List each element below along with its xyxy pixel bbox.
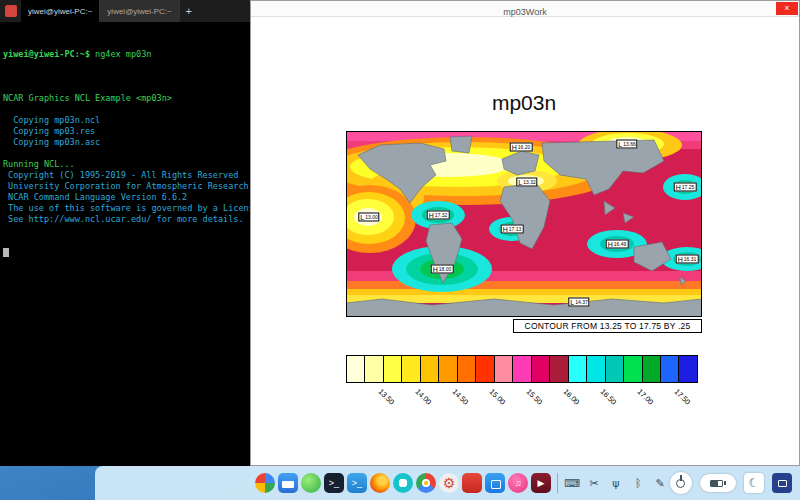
terminal-tab-1[interactable]: yiwei@yiwei-PC:~ xyxy=(21,0,100,22)
extremum-value: 13.66 xyxy=(623,142,636,147)
extremum-label: L13.32 xyxy=(516,178,537,187)
firefox-icon[interactable] xyxy=(370,473,390,493)
colorbar-cell xyxy=(569,355,587,383)
app-store-icon[interactable] xyxy=(485,473,505,493)
terminal-line: Copyright (C) 1995-2019 - All Rights Res… xyxy=(3,170,247,181)
extremum-label: H17.32 xyxy=(427,211,450,220)
power-icon-bar xyxy=(680,475,682,481)
package-manager-icon[interactable] xyxy=(462,473,482,493)
map-extrema-labels: H16.20L13.66L13.32H17.25L13.00H17.32H17.… xyxy=(346,131,702,317)
terminal-line: See http://www.ncl.ucar.edu/ for more de… xyxy=(3,214,247,225)
video-player-glyph: ▶ xyxy=(538,478,545,488)
voice-notes-icon[interactable] xyxy=(393,473,413,493)
terminal-line xyxy=(3,82,247,93)
battery-icon xyxy=(710,480,723,487)
terminal-output[interactable]: yiwei@yiwei-PC:~$ ng4ex mp03n NCAR Graph… xyxy=(0,22,250,285)
extremum-letter: L xyxy=(570,299,574,306)
shell-command: ng4ex mp03n xyxy=(90,49,151,59)
extremum-letter: L xyxy=(518,179,522,186)
colorbar-cell xyxy=(495,355,513,383)
extremum-letter: H xyxy=(429,212,434,219)
colorbar-cell xyxy=(550,355,568,383)
shell-prompt: yiwei@yiwei-PC:~$ xyxy=(3,49,90,59)
terminal-cursor-line xyxy=(3,247,247,258)
extremum-value: 17.32 xyxy=(435,213,448,218)
battery-indicator[interactable] xyxy=(700,474,736,492)
terminal-dark-icon[interactable]: >_ xyxy=(324,473,344,493)
window-title: mp03Work xyxy=(503,7,546,17)
colorbar-cell xyxy=(606,355,624,383)
extremum-letter: H xyxy=(503,226,508,233)
new-tab-button[interactable]: + xyxy=(180,0,198,22)
extremum-label: H16.49 xyxy=(606,240,629,249)
colorbar-cell xyxy=(421,355,439,383)
ncl-graphics-window: mp03Work × mp03n xyxy=(250,0,800,466)
extremum-letter: H xyxy=(512,144,517,151)
terminal-line: Copying mp03.res xyxy=(3,126,247,137)
extremum-value: 16.49 xyxy=(614,242,627,247)
terminal-dark-glyph: >_ xyxy=(329,478,339,488)
colorbar xyxy=(346,355,698,383)
keyboard-icon[interactable]: ⌨ xyxy=(564,477,580,490)
chrome-icon[interactable] xyxy=(416,473,436,493)
extremum-letter: H xyxy=(433,266,438,273)
terminal-prompt-line: yiwei@yiwei-PC:~$ ng4ex mp03n xyxy=(3,49,247,60)
colorbar-cell xyxy=(532,355,550,383)
night-mode-button[interactable]: ☾ xyxy=(744,473,764,493)
colorbar-label: 13.50 xyxy=(377,387,397,407)
colorbar-label: 17.50 xyxy=(673,387,693,407)
photos-icon[interactable] xyxy=(301,473,321,493)
colorbar-cell xyxy=(476,355,494,383)
terminal-tab-2[interactable]: yiwei@yiwei-PC:~ xyxy=(100,0,179,22)
file-manager-icon[interactable] xyxy=(278,473,298,493)
multitasking-button[interactable] xyxy=(772,473,792,493)
dock-app-icons: >_>_⚙♫▶ xyxy=(255,473,551,493)
usb-icon[interactable]: ψ xyxy=(608,477,624,490)
terminal-line: University Corporation for Atmospheric R… xyxy=(3,181,247,192)
extremum-letter: H xyxy=(676,184,681,191)
shutdown-button[interactable] xyxy=(670,472,692,494)
colorbar-label: 15.00 xyxy=(488,387,508,407)
extremum-value: 14.37 xyxy=(575,300,588,305)
screenshot-icon[interactable]: ✂ xyxy=(586,477,602,490)
moon-icon: ☾ xyxy=(749,476,760,490)
colorbar-label: 17.00 xyxy=(636,387,656,407)
terminal-line xyxy=(3,148,247,159)
colorbar-label: 15.50 xyxy=(525,387,545,407)
bluetooth-icon[interactable]: ᛒ xyxy=(630,477,646,490)
close-button[interactable]: × xyxy=(776,2,798,15)
terminal-tab-bar: yiwei@yiwei-PC:~ yiwei@yiwei-PC:~ + xyxy=(0,0,250,22)
contour-map: H16.20L13.66L13.32H17.25L13.00H17.32H17.… xyxy=(346,131,702,317)
dock-tray: ⌨✂ψᛒ✎ xyxy=(564,477,668,490)
video-player-icon[interactable]: ▶ xyxy=(531,473,551,493)
colorbar-cell xyxy=(643,355,661,383)
extremum-value: 13.32 xyxy=(523,180,536,185)
extremum-label: L14.37 xyxy=(568,298,589,307)
terminal-tab-1-title: yiwei@yiwei-PC:~ xyxy=(28,7,92,16)
window-titlebar[interactable]: mp03Work × xyxy=(251,1,799,17)
terminal-line: Running NCL... xyxy=(3,159,247,170)
colorbar-cell xyxy=(679,355,697,383)
extremum-label: H16.31 xyxy=(676,255,699,264)
text-editor-glyph: >_ xyxy=(352,478,362,488)
terminal-line: Copying mp03n.asc xyxy=(3,137,247,148)
terminal-line: The use of this software is governed by … xyxy=(3,203,247,214)
launcher-icon[interactable] xyxy=(255,473,275,493)
extremum-value: 16.20 xyxy=(518,145,531,150)
extremum-value: 16.31 xyxy=(684,257,697,262)
control-center-icon[interactable]: ⚙ xyxy=(439,473,459,493)
extremum-value: 13.00 xyxy=(365,215,378,220)
dock-system-area: ☾ xyxy=(670,472,792,494)
edit-icon[interactable]: ✎ xyxy=(652,477,668,490)
colorbar-label: 14.50 xyxy=(451,387,471,407)
plot-title: mp03n xyxy=(346,91,702,115)
extremum-label: L13.00 xyxy=(358,213,379,222)
music-icon[interactable]: ♫ xyxy=(508,473,528,493)
colorbar-cell xyxy=(346,355,365,383)
colorbar-cell xyxy=(587,355,605,383)
extremum-letter: L xyxy=(618,141,622,148)
terminal-line: NCAR Command Language Version 6.6.2 xyxy=(3,192,247,203)
colorbar-cell xyxy=(624,355,642,383)
terminal-line: NCAR Graphics NCL Example <mp03n> xyxy=(3,93,247,104)
text-editor-icon[interactable]: >_ xyxy=(347,473,367,493)
